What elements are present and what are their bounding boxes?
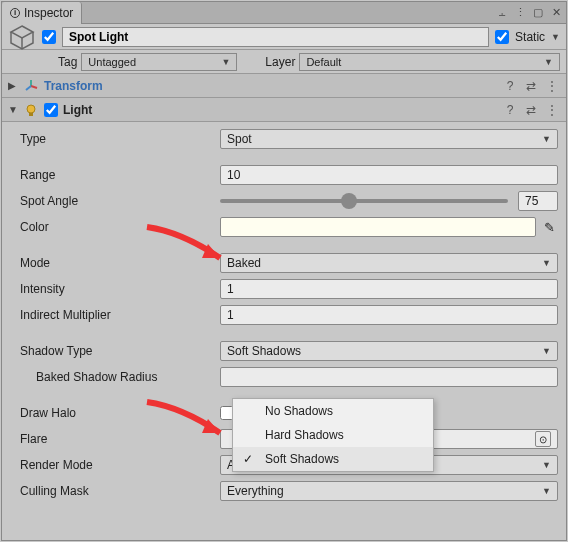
indirect-label: Indirect Multiplier <box>10 308 220 322</box>
object-picker-icon[interactable]: ⊙ <box>535 431 551 447</box>
type-dropdown[interactable]: Spot▼ <box>220 129 558 149</box>
cullingmask-dropdown[interactable]: Everything▼ <box>220 481 558 501</box>
light-body: Type Spot▼ Range Spot Angle Color ✎ Mode… <box>2 122 566 512</box>
dock-icon[interactable]: ⫠ <box>494 6 510 20</box>
menu-icon[interactable]: ⋮ <box>544 102 560 118</box>
tag-label: Tag <box>58 55 77 69</box>
tag-value: Untagged <box>88 56 136 68</box>
inspector-tab[interactable]: i Inspector <box>2 2 82 24</box>
type-label: Type <box>10 132 220 146</box>
intensity-input[interactable] <box>220 279 558 299</box>
shadow-option-hard[interactable]: Hard Shadows <box>233 423 433 447</box>
layer-value: Default <box>306 56 341 68</box>
eyedropper-icon[interactable]: ✎ <box>540 218 558 236</box>
close-icon[interactable]: ✕ <box>548 6 564 20</box>
tag-dropdown[interactable]: Untagged▼ <box>81 53 237 71</box>
light-name: Light <box>63 103 497 117</box>
tab-bar: i Inspector ⫠ ⋮ ▢ ✕ <box>2 2 566 24</box>
foldout-icon: ▼ <box>8 104 18 115</box>
info-icon: i <box>10 8 20 18</box>
shadowtype-menu: No Shadows Hard Shadows ✓Soft Shadows <box>232 398 434 472</box>
svg-marker-0 <box>11 26 33 38</box>
light-header[interactable]: ▼ Light ? ⇄ ⋮ <box>2 98 566 122</box>
svg-line-3 <box>31 86 37 88</box>
rendermode-label: Render Mode <box>10 458 220 472</box>
shadow-option-none[interactable]: No Shadows <box>233 399 433 423</box>
bakedshadowradius-input[interactable] <box>220 367 558 387</box>
active-checkbox[interactable] <box>42 30 56 44</box>
shadowtype-label: Shadow Type <box>10 344 220 358</box>
gameobject-header: Static ▼ <box>2 24 566 50</box>
name-field[interactable] <box>62 27 489 47</box>
static-checkbox[interactable] <box>495 30 509 44</box>
bakedshadowradius-label: Baked Shadow Radius <box>10 370 220 384</box>
annotation-arrow <box>142 222 232 275</box>
static-label: Static <box>515 30 545 44</box>
light-icon <box>23 102 39 118</box>
svg-line-4 <box>26 86 31 90</box>
mode-dropdown[interactable]: Baked▼ <box>220 253 558 273</box>
shadowtype-dropdown[interactable]: Soft Shadows▼ <box>220 341 558 361</box>
range-input[interactable] <box>220 165 558 185</box>
layer-dropdown[interactable]: Default▼ <box>299 53 560 71</box>
annotation-arrow <box>142 397 232 450</box>
static-dropdown-arrow[interactable]: ▼ <box>551 32 560 42</box>
indirect-input[interactable] <box>220 305 558 325</box>
transform-name: Transform <box>44 79 497 93</box>
shadow-option-soft[interactable]: ✓Soft Shadows <box>233 447 433 471</box>
svg-rect-6 <box>29 113 33 116</box>
layer-label: Layer <box>265 55 295 69</box>
transform-icon <box>23 78 39 94</box>
maximize-icon[interactable]: ▢ <box>530 6 546 20</box>
menu-icon[interactable]: ⋮ <box>544 78 560 94</box>
cullingmask-label: Culling Mask <box>10 484 220 498</box>
spotangle-input[interactable] <box>518 191 558 211</box>
help-icon[interactable]: ? <box>502 78 518 94</box>
tab-title: Inspector <box>24 6 73 20</box>
help-icon[interactable]: ? <box>502 102 518 118</box>
spotangle-label: Spot Angle <box>10 194 220 208</box>
foldout-icon: ▶ <box>8 80 18 91</box>
range-label: Range <box>10 168 220 182</box>
spotangle-slider[interactable] <box>220 191 508 211</box>
svg-point-5 <box>27 105 35 113</box>
preset-icon[interactable]: ⇄ <box>523 78 539 94</box>
cube-icon <box>8 23 36 51</box>
inspector-panel: i Inspector ⫠ ⋮ ▢ ✕ Static ▼ Tag Untagge… <box>1 1 567 541</box>
menu-icon[interactable]: ⋮ <box>512 6 528 20</box>
intensity-label: Intensity <box>10 282 220 296</box>
color-swatch[interactable] <box>220 217 536 237</box>
tag-layer-row: Tag Untagged▼ Layer Default▼ <box>2 50 566 74</box>
light-enabled-checkbox[interactable] <box>44 103 58 117</box>
transform-header[interactable]: ▶ Transform ? ⇄ ⋮ <box>2 74 566 98</box>
preset-icon[interactable]: ⇄ <box>523 102 539 118</box>
